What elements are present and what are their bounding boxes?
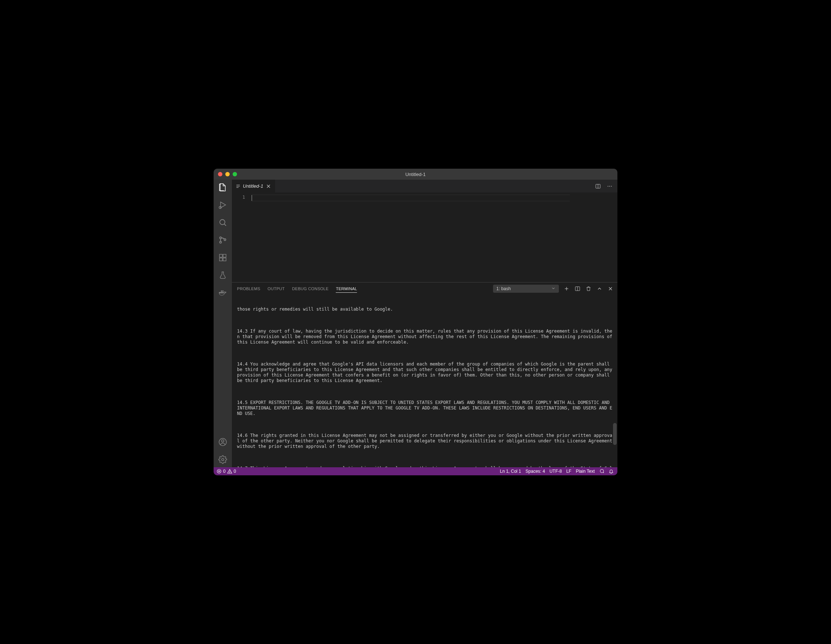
file-icon (236, 184, 241, 189)
maximize-window-button[interactable] (232, 172, 237, 176)
line-gutter: 1 (232, 193, 252, 282)
svg-point-5 (220, 241, 222, 243)
svg-rect-15 (222, 290, 223, 292)
editor-caret (252, 195, 252, 201)
kill-terminal-icon[interactable] (585, 285, 592, 292)
terminal-line: 14.5 EXPORT RESTRICTIONS. THE GOOGLE TV … (237, 400, 612, 416)
status-errors[interactable]: 0 0 (217, 469, 236, 474)
svg-point-27 (609, 185, 610, 186)
terminal-shell-select[interactable]: 1: bash (493, 285, 559, 293)
svg-rect-14 (221, 290, 222, 292)
explorer-icon[interactable] (218, 183, 228, 192)
source-control-icon[interactable] (218, 235, 228, 245)
close-panel-icon[interactable] (607, 285, 614, 292)
maximize-panel-icon[interactable] (596, 285, 603, 292)
terminal-line: those rights or remedies will still be a… (237, 307, 612, 312)
svg-rect-7 (220, 254, 222, 257)
status-warnings-count: 0 (234, 469, 236, 474)
chevron-down-icon (551, 286, 556, 292)
editor-tab-bar: Untitled-1 (232, 180, 618, 193)
more-actions-icon[interactable] (607, 183, 613, 190)
warning-icon (227, 469, 232, 474)
svg-point-28 (611, 185, 612, 186)
testing-icon[interactable] (218, 270, 228, 280)
terminal-line: 14.4 You acknowledge and agree that Goog… (237, 362, 612, 384)
panel-tab-output[interactable]: OUTPUT (268, 285, 285, 293)
activity-bar (213, 180, 232, 467)
terminal-shell-label: 1: bash (496, 286, 511, 291)
split-terminal-icon[interactable] (574, 285, 581, 292)
window-controls (218, 172, 237, 176)
status-errors-count: 0 (223, 469, 226, 474)
editor-tab[interactable]: Untitled-1 (232, 180, 275, 193)
run-debug-icon[interactable] (218, 200, 228, 210)
status-feedback-icon[interactable] (599, 469, 604, 474)
status-indent[interactable]: Spaces: 4 (525, 469, 545, 474)
panel-tab-debug-console[interactable]: DEBUG CONSOLE (292, 285, 329, 293)
app-window: Untitled-1 (213, 169, 618, 475)
accounts-icon[interactable] (218, 437, 228, 447)
panel-tab-row: PROBLEMS OUTPUT DEBUG CONSOLE TERMINAL 1… (232, 282, 618, 295)
terminal-scrollbar[interactable] (613, 423, 617, 445)
docker-icon[interactable] (218, 288, 228, 298)
panel-tab-problems[interactable]: PROBLEMS (237, 285, 260, 293)
status-cursor-position[interactable]: Ln 1, Col 1 (500, 469, 521, 474)
svg-point-17 (222, 440, 224, 442)
editor-area[interactable]: 1 (232, 193, 618, 282)
window-title: Untitled-1 (213, 172, 618, 177)
svg-point-2 (220, 220, 225, 225)
status-eol[interactable]: LF (566, 469, 572, 474)
panel-tab-terminal[interactable]: TERMINAL (336, 285, 357, 293)
extensions-icon[interactable] (218, 253, 228, 262)
svg-point-4 (220, 237, 222, 239)
svg-rect-10 (223, 254, 226, 257)
minimize-window-button[interactable] (225, 172, 230, 176)
terminal-line: 14.7 This License Agreement, and your re… (237, 466, 612, 467)
settings-gear-icon[interactable] (218, 455, 228, 464)
editor-content[interactable] (252, 193, 618, 282)
status-notifications-icon[interactable] (609, 469, 614, 474)
svg-point-26 (608, 185, 608, 186)
active-line-highlight (252, 194, 570, 201)
new-terminal-icon[interactable] (563, 285, 570, 292)
status-language[interactable]: Plain Text (576, 469, 595, 474)
status-encoding[interactable]: UTF-8 (549, 469, 562, 474)
close-tab-icon[interactable] (266, 183, 271, 189)
terminal-line: 14.6 The rights granted in this License … (237, 433, 612, 450)
svg-rect-9 (223, 258, 226, 261)
line-number: 1 (232, 194, 245, 200)
close-window-button[interactable] (218, 172, 222, 176)
terminal-line: 14.3 If any court of law, having the jur… (237, 328, 612, 345)
search-icon[interactable] (218, 218, 228, 227)
svg-point-18 (222, 459, 224, 461)
editor-tab-label: Untitled-1 (243, 183, 263, 189)
status-bar: 0 0 Ln 1, Col 1 Spaces: 4 UTF-8 LF Plain… (213, 467, 618, 475)
error-icon (217, 469, 222, 474)
split-editor-icon[interactable] (595, 183, 601, 190)
svg-rect-8 (220, 258, 222, 261)
bottom-panel: PROBLEMS OUTPUT DEBUG CONSOLE TERMINAL 1… (232, 282, 618, 467)
titlebar[interactable]: Untitled-1 (213, 169, 618, 180)
terminal-content[interactable]: those rights or remedies will still be a… (232, 295, 618, 467)
svg-line-3 (224, 224, 226, 226)
svg-point-6 (224, 239, 226, 241)
svg-point-39 (229, 472, 230, 473)
